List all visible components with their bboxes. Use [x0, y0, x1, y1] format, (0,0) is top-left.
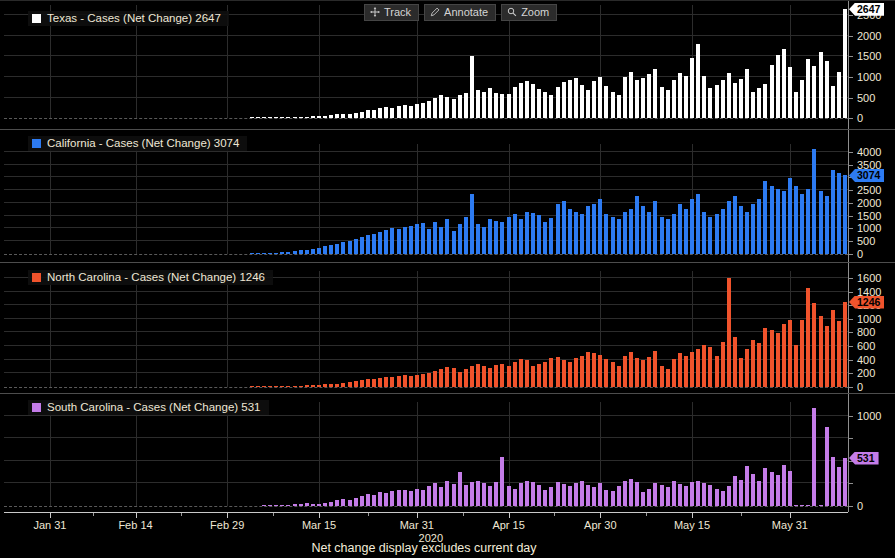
bar[interactable]	[690, 199, 694, 254]
bar[interactable]	[537, 485, 541, 506]
bar[interactable]	[470, 194, 474, 254]
bar[interactable]	[372, 110, 376, 118]
bar[interactable]	[360, 380, 364, 387]
bar[interactable]	[702, 345, 706, 387]
bar[interactable]	[812, 66, 816, 118]
bar[interactable]	[580, 214, 584, 254]
bar[interactable]	[733, 476, 737, 506]
bar[interactable]	[843, 302, 847, 387]
bar[interactable]	[323, 503, 327, 506]
bar[interactable]	[592, 353, 596, 387]
bar[interactable]	[317, 116, 321, 118]
bar[interactable]	[598, 199, 602, 254]
bar[interactable]	[592, 204, 596, 254]
bar[interactable]	[672, 481, 676, 506]
bar[interactable]	[494, 221, 498, 255]
bar[interactable]	[360, 496, 364, 506]
bar[interactable]	[843, 175, 847, 254]
bar[interactable]	[537, 215, 541, 254]
bar[interactable]	[311, 116, 315, 118]
bar[interactable]	[341, 499, 345, 506]
bar[interactable]	[574, 483, 578, 506]
bar[interactable]	[329, 115, 333, 118]
plot-area-california[interactable]	[4, 144, 848, 255]
bar[interactable]	[604, 214, 608, 254]
bar[interactable]	[525, 212, 529, 255]
bar[interactable]	[739, 480, 743, 506]
bar[interactable]	[476, 90, 480, 118]
bar[interactable]	[409, 376, 413, 387]
bar[interactable]	[715, 214, 719, 254]
bar[interactable]	[586, 485, 590, 506]
bar[interactable]	[354, 113, 358, 118]
bar[interactable]	[427, 229, 431, 254]
bar[interactable]	[702, 76, 706, 118]
bar[interactable]	[586, 206, 590, 254]
legend-california[interactable]: California - Cases (Net Change) 3074	[28, 136, 247, 151]
bar[interactable]	[825, 427, 829, 506]
bar[interactable]	[825, 196, 829, 254]
bar[interactable]	[623, 481, 627, 507]
bar[interactable]	[776, 333, 780, 387]
bar[interactable]	[378, 108, 382, 118]
bar[interactable]	[825, 326, 829, 387]
bar[interactable]	[604, 359, 608, 387]
bar[interactable]	[831, 86, 835, 118]
bar[interactable]	[397, 229, 401, 254]
bar[interactable]	[611, 491, 615, 506]
bar[interactable]	[445, 219, 449, 254]
bar[interactable]	[568, 209, 572, 254]
zoom-button[interactable]: Zoom	[501, 4, 557, 21]
bar[interactable]	[366, 494, 370, 506]
bar[interactable]	[678, 484, 682, 506]
bar[interactable]	[519, 483, 523, 506]
bar[interactable]	[439, 227, 443, 254]
bar[interactable]	[788, 320, 792, 387]
bar[interactable]	[397, 376, 401, 387]
bar[interactable]	[348, 382, 352, 387]
bar[interactable]	[378, 232, 382, 254]
bar[interactable]	[360, 112, 364, 118]
bar[interactable]	[262, 505, 266, 506]
bar[interactable]	[715, 85, 719, 119]
bar[interactable]	[464, 93, 468, 118]
bar[interactable]	[543, 222, 547, 254]
bar[interactable]	[543, 490, 547, 507]
bar[interactable]	[745, 212, 749, 255]
bar[interactable]	[812, 408, 816, 506]
bar[interactable]	[788, 471, 792, 507]
bar[interactable]	[415, 375, 419, 387]
bar[interactable]	[378, 378, 382, 387]
bar[interactable]	[488, 486, 492, 506]
bar[interactable]	[513, 87, 517, 118]
bar[interactable]	[549, 487, 553, 506]
bar[interactable]	[378, 492, 382, 506]
bar[interactable]	[708, 88, 712, 118]
bar[interactable]	[470, 482, 474, 506]
bar[interactable]	[568, 362, 572, 387]
bar[interactable]	[256, 386, 260, 387]
bar[interactable]	[317, 385, 321, 387]
bar[interactable]	[721, 80, 725, 118]
bar[interactable]	[280, 117, 284, 118]
bar[interactable]	[494, 365, 498, 387]
bar[interactable]	[629, 479, 633, 506]
bar[interactable]	[776, 189, 780, 255]
bar[interactable]	[372, 234, 376, 255]
bar[interactable]	[250, 253, 254, 254]
bar[interactable]	[348, 241, 352, 254]
bar[interactable]	[715, 489, 719, 506]
bar[interactable]	[831, 457, 835, 506]
bar[interactable]	[635, 80, 639, 118]
bar[interactable]	[531, 482, 535, 506]
bar[interactable]	[837, 72, 841, 118]
bar[interactable]	[390, 108, 394, 118]
bar[interactable]	[580, 481, 584, 506]
bar[interactable]	[409, 491, 413, 506]
bar[interactable]	[439, 95, 443, 118]
bar[interactable]	[721, 209, 725, 254]
bar[interactable]	[500, 94, 504, 118]
bar[interactable]	[305, 250, 309, 254]
bar[interactable]	[727, 73, 731, 118]
bar[interactable]	[482, 92, 486, 119]
